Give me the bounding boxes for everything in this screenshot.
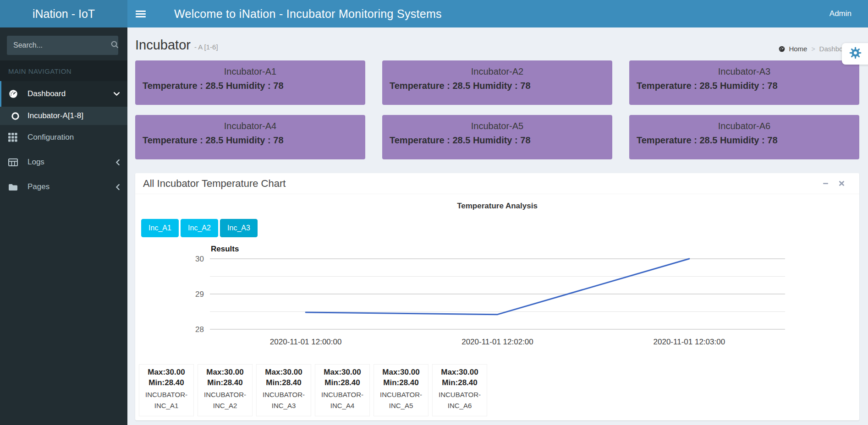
temperature-chart-box: All Incubator Temperature Chart Temperat… [135,173,859,420]
stat-min: Min:28.40 [433,378,487,388]
sidebar-toggle-icon[interactable] [136,9,146,19]
incubator-card-title: Incubator-A6 [637,121,852,131]
stat-max: Max:30.00 [433,367,487,378]
incubator-card: Incubator-A2Temperature : 28.5 Humidity … [382,60,612,105]
sidebar-section-label: MAIN NAVIGATION [0,60,127,81]
incubator-card-title: Incubator-A4 [143,121,358,131]
page-title-text: Incubator [135,38,191,52]
breadcrumb-separator: > [811,45,815,53]
settings-flyout[interactable] [842,43,868,65]
chevron-down-icon [113,92,120,96]
folder-icon [8,183,22,191]
stat-min: Min:28.40 [257,378,311,388]
close-icon[interactable] [838,180,846,187]
chart-box-header: All Incubator Temperature Chart [135,173,859,194]
gear-icon [849,47,862,61]
stat-incubator-name: INCUBATOR-INC_A4 [315,389,369,411]
sidebar-menu: DashboardIncubator-A[1-8]ConfigurationLo… [0,81,127,199]
stat-max: Max:30.00 [374,367,428,378]
sidebar-item-logs[interactable]: Logs [0,150,127,174]
page-title: Incubator- A [1-6] [135,38,218,53]
dashboard-icon [778,45,786,53]
search-button[interactable] [111,36,119,55]
table-icon [8,158,22,166]
navbar-title: Welcome to iNation - Incubator Monitorin… [174,7,442,21]
top-navbar: Welcome to iNation - Incubator Monitorin… [127,0,868,27]
sidebar-item-dashboard[interactable]: Dashboard [0,81,127,107]
incubator-select-buttons: Inc_A1Inc_A2Inc_A3 [141,219,258,237]
search-icon [111,41,119,50]
sidebar-search [7,36,118,55]
x-axis-label: 2020-11-01 12:00:00 [270,338,342,346]
y-axis-label: 30 [195,255,204,263]
incubator-dashboard-page: { "header": { "logo": "iNation - IoT", "… [0,0,868,425]
chevron-left-icon [115,159,120,166]
search-input[interactable] [7,41,111,49]
circle-o-icon [11,112,22,120]
sidebar-item-configuration[interactable]: Configuration [0,125,127,150]
sidebar-item-incubator-a-1-8[interactable]: Incubator-A[1-8] [0,107,127,125]
grid-icon [8,133,22,142]
incubator-stats-row: Max:30.00Min:28.40INCUBATOR-INC_A1Max:30… [139,364,487,416]
incubator-card: Incubator-A5Temperature : 28.5 Humidity … [382,115,612,159]
chevron-left-icon [115,184,120,191]
sidebar-item-label: Logs [27,158,44,167]
collapse-icon[interactable] [822,180,830,187]
chart-box-title: All Incubator Temperature Chart [143,178,286,190]
incubator-card-reading: Temperature : 28.5 Humidity : 78 [390,81,605,91]
temperature-line-chart: 2829302020-11-01 12:00:002020-11-01 12:0… [135,255,859,351]
sidebar-item-pages[interactable]: Pages [0,174,127,199]
incubator-card-title: Incubator-A1 [143,66,358,77]
incubator-card: Incubator-A3Temperature : 28.5 Humidity … [629,60,859,105]
dashboard-icon [8,89,22,99]
incubator-card: Incubator-A4Temperature : 28.5 Humidity … [135,115,365,159]
incubator-card-reading: Temperature : 28.5 Humidity : 78 [143,81,358,91]
incubator-card: Incubator-A6Temperature : 28.5 Humidity … [629,115,859,159]
admin-menu[interactable]: Admin [830,9,852,18]
chart-box-tools [822,180,846,187]
app-logo[interactable]: iNation - IoT [0,0,127,27]
stat-min: Min:28.40 [139,378,193,388]
incubator-card-title: Incubator-A5 [390,121,605,131]
sidebar-item-label: Pages [27,182,49,191]
x-axis-label: 2020-11-01 12:03:00 [654,338,725,346]
stat-incubator-name: INCUBATOR-INC_A5 [374,389,428,411]
chart-series-label: Results [211,245,239,254]
stat-incubator-name: INCUBATOR-INC_A3 [257,389,311,411]
stat-incubator-name: INCUBATOR-INC_A6 [433,389,487,411]
app-logo-text: iNation - IoT [33,7,95,21]
incubator-stat: Max:30.00Min:28.40INCUBATOR-INC_A1 [139,364,194,416]
incubator-stat: Max:30.00Min:28.40INCUBATOR-INC_A2 [198,364,253,416]
y-axis-label: 28 [195,325,204,334]
stat-max: Max:30.00 [257,367,311,378]
incubator-button-inc_a3[interactable]: Inc_A3 [220,219,258,237]
incubator-cards-grid: Incubator-A1Temperature : 28.5 Humidity … [135,60,859,159]
stat-incubator-name: INCUBATOR-INC_A1 [139,389,193,411]
incubator-button-inc_a1[interactable]: Inc_A1 [141,219,179,237]
incubator-stat: Max:30.00Min:28.40INCUBATOR-INC_A6 [432,364,487,416]
incubator-card-reading: Temperature : 28.5 Humidity : 78 [637,135,852,146]
incubator-stat: Max:30.00Min:28.40INCUBATOR-INC_A5 [374,364,429,416]
sidebar-item-label: Dashboard [27,89,66,98]
stat-max: Max:30.00 [315,367,369,378]
stat-incubator-name: INCUBATOR-INC_A2 [198,389,252,411]
chart-series-line [306,259,689,315]
stat-min: Min:28.40 [315,378,369,388]
incubator-card: Incubator-A1Temperature : 28.5 Humidity … [135,60,365,105]
x-axis-label: 2020-11-01 12:02:00 [461,338,533,346]
incubator-button-inc_a2[interactable]: Inc_A2 [181,219,218,237]
stat-min: Min:28.40 [374,378,428,388]
stat-max: Max:30.00 [139,367,193,378]
sidebar-item-label: Configuration [27,133,74,142]
incubator-stat: Max:30.00Min:28.40INCUBATOR-INC_A4 [315,364,370,416]
sidebar: MAIN NAVIGATION DashboardIncubator-A[1-8… [0,27,127,425]
y-axis-label: 29 [195,290,204,299]
breadcrumb-home[interactable]: Home [789,45,807,53]
incubator-card-reading: Temperature : 28.5 Humidity : 78 [143,135,358,146]
incubator-card-reading: Temperature : 28.5 Humidity : 78 [637,81,852,91]
incubator-stat: Max:30.00Min:28.40INCUBATOR-INC_A3 [256,364,311,416]
incubator-card-reading: Temperature : 28.5 Humidity : 78 [390,135,605,146]
incubator-card-title: Incubator-A2 [390,66,605,77]
content-header: Incubator- A [1-6] Home > Dashboard [127,27,868,60]
incubator-card-title: Incubator-A3 [637,66,852,77]
